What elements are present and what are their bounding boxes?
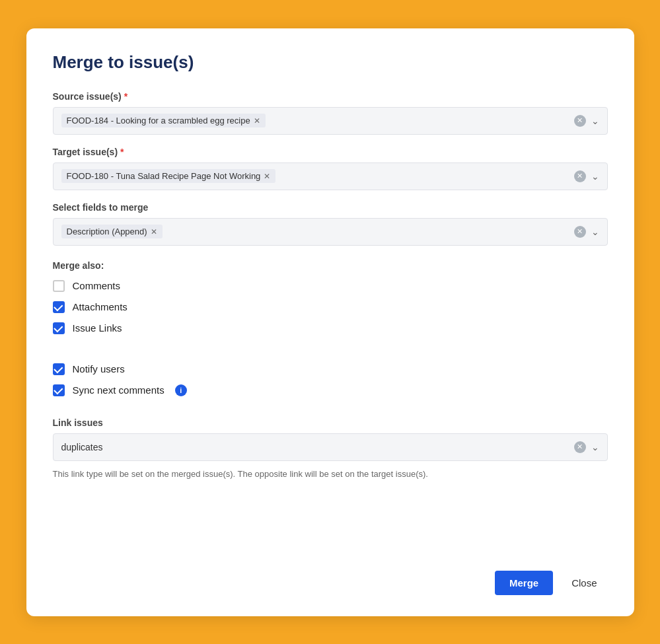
comments-checkbox[interactable] — [53, 280, 65, 292]
link-issues-right: ✕ ⌄ — [574, 441, 599, 453]
notify-checkboxes: Notify users Sync next comments i — [53, 363, 608, 396]
sync-checkbox-item[interactable]: Sync next comments i — [53, 384, 608, 396]
target-select[interactable]: FOOD-180 - Tuna Salad Recipe Page Not Wo… — [53, 162, 608, 190]
source-select[interactable]: FOOD-184 - Looking for a scrambled egg r… — [53, 107, 608, 135]
notify-checkbox[interactable] — [53, 363, 65, 375]
target-tag: FOOD-180 - Tuna Salad Recipe Page Not Wo… — [61, 169, 276, 183]
merge-also-checkboxes: Comments Attachments Issue Links — [53, 280, 608, 334]
comments-checkbox-item[interactable]: Comments — [53, 280, 608, 292]
sync-label: Sync next comments — [73, 384, 165, 396]
source-select-right: ✕ ⌄ — [574, 115, 599, 127]
target-select-right: ✕ ⌄ — [574, 170, 599, 182]
attachments-checkbox-item[interactable]: Attachments — [53, 301, 608, 313]
issue-links-checkbox-item[interactable]: Issue Links — [53, 322, 608, 334]
fields-tag-remove[interactable]: ✕ — [151, 227, 157, 236]
target-tags: FOOD-180 - Tuna Salad Recipe Page Not Wo… — [61, 169, 574, 183]
source-section: Source issue(s) * FOOD-184 - Looking for… — [53, 91, 608, 135]
merge-also-section: Merge also: Comments Attachments Issue L… — [53, 258, 608, 340]
link-issues-label: Link issues — [53, 417, 608, 428]
merge-button[interactable]: Merge — [495, 571, 553, 595]
source-chevron-icon[interactable]: ⌄ — [591, 116, 599, 126]
attachments-checkbox[interactable] — [53, 301, 65, 313]
target-required: * — [120, 147, 124, 157]
target-label: Target issue(s) * — [53, 147, 608, 157]
source-tags: FOOD-184 - Looking for a scrambled egg r… — [61, 114, 574, 127]
source-clear-icon[interactable]: ✕ — [574, 115, 586, 127]
link-issues-value: duplicates — [61, 442, 574, 452]
fields-section: Select fields to merge Description (Appe… — [53, 202, 608, 246]
source-required: * — [124, 91, 128, 102]
modal-title: Merge to issue(s) — [53, 52, 608, 73]
target-chevron-icon[interactable]: ⌄ — [591, 171, 599, 182]
target-tag-remove[interactable]: ✕ — [264, 172, 270, 181]
notify-checkbox-item[interactable]: Notify users — [53, 363, 608, 375]
fields-tag: Description (Append) ✕ — [61, 225, 163, 238]
source-tag: FOOD-184 - Looking for a scrambled egg r… — [61, 114, 266, 127]
close-button[interactable]: Close — [561, 571, 607, 595]
attachments-label: Attachments — [73, 301, 128, 312]
link-issues-chevron-icon[interactable]: ⌄ — [591, 442, 599, 452]
link-issues-clear-icon[interactable]: ✕ — [574, 441, 586, 453]
merge-modal: Merge to issue(s) Source issue(s) * FOOD… — [26, 28, 634, 616]
sync-info-icon[interactable]: i — [175, 384, 187, 396]
link-issues-select[interactable]: duplicates ✕ ⌄ — [53, 433, 608, 461]
issue-links-label: Issue Links — [73, 322, 122, 334]
source-label: Source issue(s) * — [53, 91, 608, 102]
target-clear-icon[interactable]: ✕ — [574, 170, 586, 182]
fields-label: Select fields to merge — [53, 202, 608, 213]
merge-also-label: Merge also: — [53, 260, 608, 271]
fields-select[interactable]: Description (Append) ✕ ✕ ⌄ — [53, 218, 608, 246]
fields-chevron-icon[interactable]: ⌄ — [591, 227, 599, 237]
comments-label: Comments — [73, 280, 121, 291]
modal-footer: Merge Close — [53, 555, 608, 595]
issue-links-checkbox[interactable] — [53, 322, 65, 334]
source-tag-remove[interactable]: ✕ — [254, 116, 260, 125]
notify-section: Notify users Sync next comments i — [53, 363, 608, 402]
link-issues-hint: This link type will be set on the merged… — [53, 468, 608, 481]
target-section: Target issue(s) * FOOD-180 - Tuna Salad … — [53, 147, 608, 190]
link-issues-section: Link issues duplicates ✕ ⌄ This link typ… — [53, 417, 608, 481]
fields-tags: Description (Append) ✕ — [61, 225, 574, 238]
fields-select-right: ✕ ⌄ — [574, 226, 599, 238]
sync-checkbox[interactable] — [53, 384, 65, 396]
notify-label: Notify users — [73, 363, 125, 375]
fields-clear-icon[interactable]: ✕ — [574, 226, 586, 238]
